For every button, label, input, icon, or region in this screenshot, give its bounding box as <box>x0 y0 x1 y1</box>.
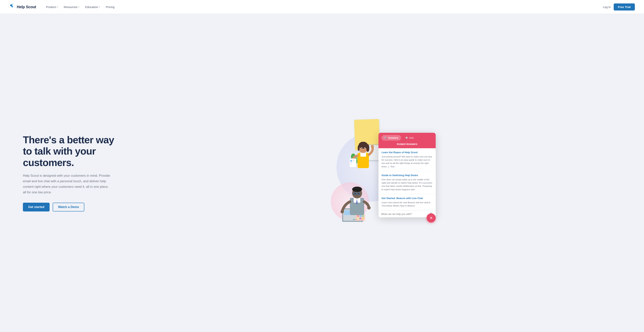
svg-rect-36 <box>362 215 364 217</box>
widget-article-2[interactable]: Guide to Switching Help Desks One does n… <box>378 171 436 194</box>
svg-point-17 <box>361 148 362 149</box>
svg-rect-24 <box>350 163 352 163</box>
widget-title: Instant Answers <box>378 141 436 148</box>
hero-content: There's a better way to talk with your c… <box>23 134 122 212</box>
svg-point-44 <box>367 206 371 210</box>
svg-rect-10 <box>360 153 366 157</box>
tab-ask-label: Ask <box>409 136 414 139</box>
svg-rect-29 <box>344 210 351 215</box>
help-widget-panel: 🔍 Answers 💬 Ask Instant Answers Learn th… <box>378 133 436 217</box>
svg-point-18 <box>364 148 365 149</box>
article-title-3: Get Started: Beacon with Live Chat <box>382 197 433 200</box>
illustration-container: 🔍 Answers 💬 Ask Instant Answers Learn th… <box>325 117 432 228</box>
nav-label-education: Education <box>85 5 98 9</box>
widget-tab-answers[interactable]: 🔍 Answers <box>382 135 401 141</box>
svg-point-46 <box>352 187 362 192</box>
nav-item-pricing[interactable]: Pricing <box>104 4 117 10</box>
svg-point-53 <box>358 193 359 194</box>
svg-rect-26 <box>350 164 352 165</box>
svg-point-13 <box>366 144 369 152</box>
person-illustration-bottom <box>336 168 382 223</box>
nav-links: Product ▾ Resources ▾ Education ▾ Pricin… <box>44 4 603 10</box>
svg-rect-34 <box>357 215 359 217</box>
logo-text: Help Scout <box>17 5 36 9</box>
svg-rect-35 <box>360 215 362 217</box>
widget-body: Learn the Ropes of Help Scout Just pokin… <box>378 148 436 217</box>
widget-tab-ask[interactable]: 💬 Ask <box>402 135 416 141</box>
watch-demo-button[interactable]: Watch a Demo <box>53 203 84 212</box>
nav-label-resources: Resources <box>64 5 78 9</box>
get-started-button[interactable]: Get started <box>23 203 50 212</box>
svg-rect-23 <box>353 161 354 161</box>
widget-tabs: 🔍 Answers 💬 Ask <box>378 133 436 141</box>
widget-search-input[interactable] <box>381 213 428 216</box>
nav-item-resources[interactable]: Resources ▾ <box>62 4 82 10</box>
hero-buttons: Get started Watch a Demo <box>23 203 122 212</box>
svg-rect-39 <box>362 218 364 220</box>
tab-answers-label: Answers <box>388 136 398 139</box>
hero-title: There's a better way to talk with your c… <box>23 134 122 169</box>
article-excerpt-1: Just poking around? We want to make sure… <box>382 155 433 168</box>
nav-item-product[interactable]: Product ▾ <box>44 4 60 10</box>
svg-rect-22 <box>353 160 354 160</box>
chevron-down-icon: ▾ <box>57 6 58 8</box>
nav-right: Log in Free Trial <box>603 4 635 11</box>
login-link[interactable]: Log in <box>603 5 610 9</box>
svg-point-14 <box>358 145 360 151</box>
search-icon: 🔍 <box>384 137 387 139</box>
widget-header: 🔍 Answers 💬 Ask Instant Answers <box>378 133 436 148</box>
widget-article-1[interactable]: Learn the Ropes of Help Scout Just pokin… <box>378 148 436 171</box>
chevron-down-icon: ▾ <box>99 6 100 8</box>
navbar: Help Scout Product ▾ Resources ▾ Educati… <box>0 0 644 14</box>
svg-point-52 <box>354 193 356 194</box>
logo[interactable]: Help Scout <box>9 4 36 10</box>
nav-label-product: Product <box>46 5 56 9</box>
nav-item-education[interactable]: Education ▾ <box>83 4 102 10</box>
svg-point-19 <box>371 145 374 148</box>
hero-section: There's a better way to talk with your c… <box>0 14 644 332</box>
svg-point-43 <box>340 210 344 213</box>
svg-rect-25 <box>350 163 352 164</box>
widget-article-3[interactable]: Get Started: Beacon with Live Chat Learn… <box>378 194 436 210</box>
nav-label-pricing: Pricing <box>106 5 115 9</box>
svg-rect-21 <box>350 160 352 162</box>
article-title-1: Learn the Ropes of Help Scout <box>382 151 433 154</box>
article-title-2: Guide to Switching Help Desks <box>382 174 433 177</box>
free-trial-button[interactable]: Free Trial <box>614 4 635 11</box>
hero-illustration: 🔍 Answers 💬 Ask Instant Answers Learn th… <box>122 114 635 232</box>
hero-subtitle: Help Scout is designed with your custome… <box>23 173 111 195</box>
article-excerpt-3: Learn more about the new Beacon and live… <box>382 201 433 208</box>
widget-close-button[interactable]: ✕ <box>426 213 436 223</box>
chevron-down-icon: ▾ <box>78 6 79 8</box>
chat-icon: 💬 <box>405 137 408 139</box>
article-excerpt-2: One does not simply wake up in the middl… <box>382 178 433 191</box>
